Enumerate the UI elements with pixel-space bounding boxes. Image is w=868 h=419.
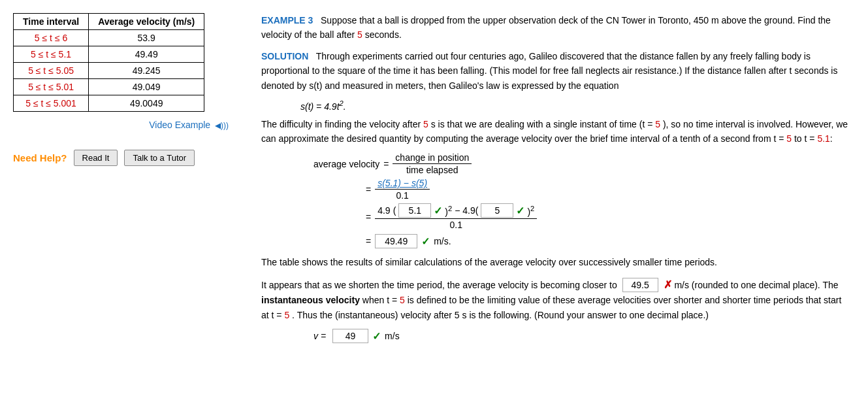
check2[interactable]: ✓ — [516, 205, 524, 217]
interval-cell: 5 ≤ t ≤ 5.001 — [14, 95, 89, 112]
para2-51: 5.1 — [817, 133, 829, 144]
result-line: = ✓ m/s. — [366, 234, 849, 248]
equation-text: s(t) = 4.9t2. — [300, 101, 346, 112]
video-example-text: Video Example — [149, 120, 210, 130]
main-container: Time interval Average velocity (m/s) 5 ≤… — [13, 13, 849, 350]
fraction3-numerator: 4.9 ( ✓ )2 − 4.9( ✓ )2 — [375, 203, 537, 219]
v-unit: m/s — [385, 331, 400, 341]
equals-sign1: = — [383, 159, 389, 169]
para2-part4: to t = — [794, 133, 815, 144]
para4-part5: . Thus the (instantaneous) velocity afte… — [292, 310, 709, 320]
equals-sign3: = — [366, 212, 371, 222]
velocity-cell: 49.049 — [89, 79, 204, 95]
para4-5b: 5 — [284, 310, 289, 320]
table-row: 5 ≤ t ≤ 5.149.49 — [14, 46, 204, 63]
paren-close2: )2 — [527, 205, 534, 217]
video-example-link[interactable]: Video Example ◀))) — [13, 120, 229, 130]
fraction3: 4.9 ( ✓ )2 − 4.9( ✓ )2 0.1 — [375, 203, 537, 230]
v-input[interactable] — [332, 329, 368, 343]
para4-5: 5 — [400, 295, 405, 305]
fraction2: s(5.1) − s(5) 0.1 — [375, 178, 430, 201]
solution-label: SOLUTION — [261, 51, 308, 61]
avg-vel-line: average velocity = change in position ti… — [313, 152, 849, 175]
velocity-cell: 49.0049 — [89, 95, 204, 112]
interval-cell: 5 ≤ t ≤ 5.1 — [14, 46, 89, 63]
para2-colon: : — [830, 133, 833, 144]
paragraph4: It appears that as we shorten the time p… — [261, 277, 849, 322]
paragraph2: The difficulty in finding the velocity a… — [261, 117, 849, 146]
example-seconds: 5 — [357, 29, 362, 40]
video-icon: ◀))) — [215, 121, 229, 130]
solution-paragraph: SOLUTION Through experiments carried out… — [261, 49, 849, 93]
fraction2-numerator: s(5.1) − s(5) — [375, 178, 430, 190]
paren-open1: ( — [393, 205, 396, 216]
input2[interactable] — [481, 203, 513, 218]
calc-fraction-line: = 4.9 ( ✓ )2 − 4.9( ✓ )2 0.1 — [366, 203, 849, 230]
fraction-block: average velocity = change in position ti… — [313, 152, 849, 248]
talk-to-tutor-button[interactable]: Talk to a Tutor — [124, 150, 195, 166]
right-panel: EXAMPLE 3 Suppose that a ball is dropped… — [261, 13, 849, 350]
instantaneous-velocity-label: instantaneous velocity — [261, 295, 360, 305]
para4-part2: m/s (rounded to one decimal place). The — [674, 280, 838, 290]
s-numerator-text: s(5.1) − s(5) — [378, 178, 427, 188]
equals-sign4: = — [366, 236, 371, 246]
cross-mark[interactable]: ✗ — [664, 277, 672, 293]
para2-part1: The difficulty in finding the velocity a… — [261, 119, 421, 129]
read-it-button[interactable]: Read It — [74, 150, 118, 166]
equation-block: s(t) = 4.9t2. — [300, 99, 849, 112]
need-help-label: Need Help? — [13, 152, 67, 163]
data-table: Time interval Average velocity (m/s) 5 ≤… — [13, 13, 204, 112]
table-row: 5 ≤ t ≤ 653.9 — [14, 30, 204, 46]
fraction2-denominator: 0.1 — [393, 190, 411, 201]
interval-cell: 5 ≤ t ≤ 5.05 — [14, 63, 89, 79]
v-answer-line: v = ✓ m/s — [313, 329, 849, 343]
table-row: 5 ≤ t ≤ 5.0549.245 — [14, 63, 204, 79]
paragraph3: The table shows the results of similar c… — [261, 255, 849, 269]
col2-header: Average velocity (m/s) — [89, 14, 204, 30]
solution-text: Through experiments carried out four cen… — [261, 51, 837, 91]
fraction1: change in position time elapsed — [393, 152, 472, 175]
need-help-bar: Need Help? Read It Talk to a Tutor — [13, 150, 235, 166]
result-unit: m/s. — [434, 236, 451, 246]
para4-part3: when t = — [362, 295, 397, 305]
para4-part1: It appears that as we shorten the time p… — [261, 280, 617, 290]
check1[interactable]: ✓ — [434, 205, 442, 217]
col1-header: Time interval — [14, 14, 89, 30]
fraction3-denominator: 0.1 — [447, 219, 465, 230]
para2-part2: s is that we are dealing with a single i… — [431, 119, 653, 129]
velocity-cell: 53.9 — [89, 30, 204, 46]
example-label: EXAMPLE 3 — [261, 15, 313, 25]
example-end: seconds. — [365, 29, 402, 40]
result-input[interactable] — [375, 234, 417, 248]
fraction1-numerator: change in position — [393, 152, 472, 164]
table-row: 5 ≤ t ≤ 5.0149.049 — [14, 79, 204, 95]
v-label: v = — [313, 331, 326, 341]
avg-vel-label: average velocity — [313, 159, 379, 169]
left-panel: Time interval Average velocity (m/s) 5 ≤… — [13, 13, 235, 350]
velocity-cell: 49.49 — [89, 46, 204, 63]
table-row: 5 ≤ t ≤ 5.00149.0049 — [14, 95, 204, 112]
coeff1: 4.9 — [378, 205, 390, 216]
paren-close1: )2 — [445, 205, 452, 217]
example-header: EXAMPLE 3 Suppose that a ball is dropped… — [261, 13, 849, 42]
result-check[interactable]: ✓ — [421, 235, 430, 248]
para2-t5b: 5 — [786, 133, 792, 144]
answer-input[interactable] — [622, 278, 658, 292]
para2-t5: 5 — [655, 119, 660, 129]
minus-sign: − 4.9( — [455, 205, 478, 216]
input1[interactable] — [398, 203, 431, 218]
v-check[interactable]: ✓ — [372, 330, 381, 343]
s-fraction-line: = s(5.1) − s(5) 0.1 — [366, 178, 849, 201]
para2-5: 5 — [423, 119, 428, 129]
example-text: Suppose that a ball is dropped from the … — [261, 15, 831, 40]
fraction1-denominator: time elapsed — [404, 164, 460, 175]
interval-cell: 5 ≤ t ≤ 5.01 — [14, 79, 89, 95]
equals-sign2: = — [366, 184, 371, 195]
interval-cell: 5 ≤ t ≤ 6 — [14, 30, 89, 46]
velocity-cell: 49.245 — [89, 63, 204, 79]
